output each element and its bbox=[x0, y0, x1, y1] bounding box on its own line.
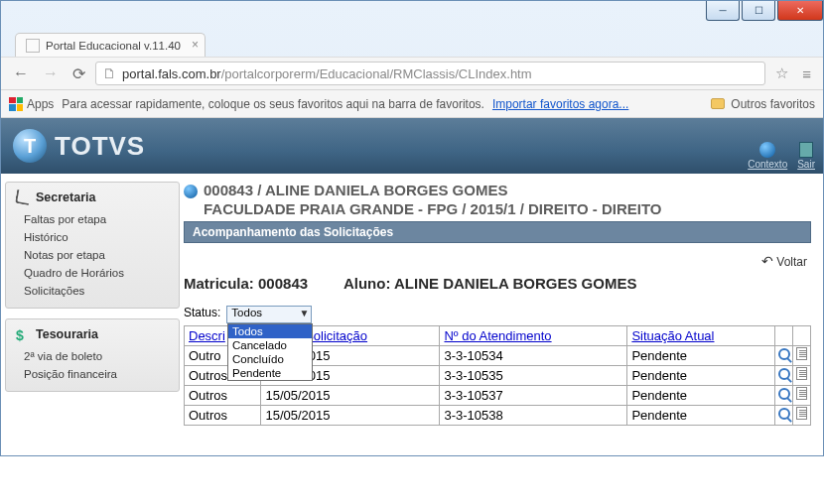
nav-faltas-por-etapa[interactable]: Faltas por etapa bbox=[6, 210, 179, 228]
cell-atendimento: 3-3-10537 bbox=[440, 385, 627, 405]
reload-icon[interactable]: ⟳ bbox=[69, 64, 89, 83]
sair-label: Sair bbox=[797, 159, 815, 170]
col-atendimento[interactable]: Nº do Atendimento bbox=[440, 325, 627, 345]
money-icon: $ bbox=[16, 327, 30, 341]
matricula-value: 000843 bbox=[258, 275, 308, 292]
cell-atendimento: 3-3-10535 bbox=[440, 365, 627, 385]
contexto-label: Contexto bbox=[748, 159, 787, 170]
status-label: Status: bbox=[184, 306, 220, 319]
window-close-button[interactable]: ✕ bbox=[777, 1, 823, 21]
status-option-concluido[interactable]: Concluído bbox=[228, 352, 312, 366]
view-icon[interactable] bbox=[778, 368, 790, 380]
url-host: portal.fals.com.br bbox=[122, 66, 221, 81]
section-title: Acompanhamento das Solicitações bbox=[184, 221, 811, 243]
cell-atendimento: 3-3-10538 bbox=[440, 405, 627, 425]
status-option-cancelado[interactable]: Cancelado bbox=[228, 338, 312, 352]
brand-logo-icon: T bbox=[13, 129, 47, 163]
window-minimize-button[interactable]: ─ bbox=[706, 1, 740, 21]
back-link[interactable]: ↶ Voltar bbox=[184, 253, 807, 269]
student-id-name: 000843 / ALINE DANIELA BORGES GOMES bbox=[204, 182, 661, 200]
bookmark-hint: Para acessar rapidamente, coloque os seu… bbox=[62, 97, 484, 111]
status-dropdown: Todos Cancelado Concluído Pendente bbox=[227, 323, 313, 381]
student-context: FACULDADE PRAIA GRANDE - FPG / 2015/1 / … bbox=[204, 200, 661, 219]
status-option-todos[interactable]: Todos bbox=[228, 324, 312, 338]
view-icon[interactable] bbox=[778, 348, 790, 360]
cell-atendimento: 3-3-10534 bbox=[440, 345, 627, 365]
other-bookmarks-label[interactable]: Outros favoritos bbox=[731, 97, 815, 111]
url-path: /portalcorporerm/Educacional/RMClassis/C… bbox=[221, 66, 532, 81]
table-row: Outros15/05/20153-3-10538Pendente bbox=[185, 405, 811, 425]
page-icon: 🗋 bbox=[102, 65, 116, 81]
nav-section-title: Secretaria bbox=[36, 190, 95, 204]
document-icon[interactable] bbox=[796, 407, 807, 420]
document-icon[interactable] bbox=[796, 367, 807, 380]
apps-label: Apps bbox=[27, 97, 54, 111]
view-icon[interactable] bbox=[778, 408, 790, 420]
cell-situacao: Pendente bbox=[627, 405, 775, 425]
status-selected: Todos bbox=[231, 307, 262, 318]
back-arrow-icon: ↶ bbox=[761, 253, 773, 269]
import-bookmarks-link[interactable]: Importar favoritos agora... bbox=[492, 97, 628, 111]
browser-tab[interactable]: Portal Educacional v.11.40 × bbox=[15, 33, 206, 57]
cell-descricao: Outros bbox=[185, 405, 261, 425]
table-row: Outros15/05/20153-3-10537Pendente bbox=[185, 385, 811, 405]
window-maximize-button[interactable]: ☐ bbox=[742, 1, 775, 21]
nav-historico[interactable]: Histórico bbox=[6, 228, 179, 246]
globe-icon bbox=[184, 185, 198, 198]
forward-icon: → bbox=[39, 64, 63, 82]
sair-link[interactable]: Sair bbox=[797, 142, 815, 170]
cell-descricao: Outros bbox=[185, 385, 261, 405]
globe-icon bbox=[759, 142, 775, 158]
nav-section-tesouraria: $ Tesouraria 2ª via de boleto Posição fi… bbox=[5, 318, 180, 392]
aluno-value: ALINE DANIELA BORGES GOMES bbox=[394, 275, 636, 292]
cell-situacao: Pendente bbox=[627, 365, 775, 385]
status-option-pendente[interactable]: Pendente bbox=[228, 366, 312, 380]
col-situacao[interactable]: Situação Atual bbox=[627, 325, 775, 345]
contexto-link[interactable]: Contexto bbox=[748, 142, 787, 170]
col-view bbox=[775, 325, 793, 345]
nav-2a-via-boleto[interactable]: 2ª via de boleto bbox=[6, 347, 179, 365]
clipboard-icon bbox=[15, 189, 31, 205]
cell-data: 15/05/2015 bbox=[261, 405, 440, 425]
status-select[interactable]: Todos bbox=[226, 306, 312, 323]
view-icon[interactable] bbox=[778, 388, 790, 400]
document-icon[interactable] bbox=[796, 347, 807, 360]
exit-icon bbox=[799, 142, 813, 158]
address-bar[interactable]: 🗋 portal.fals.com.br/portalcorporerm/Edu… bbox=[95, 62, 765, 85]
document-icon[interactable] bbox=[796, 387, 807, 400]
folder-icon bbox=[711, 98, 725, 109]
cell-situacao: Pendente bbox=[627, 385, 775, 405]
apps-button[interactable]: Apps bbox=[9, 97, 54, 111]
nav-quadro-horarios[interactable]: Quadro de Horários bbox=[6, 264, 179, 282]
nav-section-secretaria: Secretaria Faltas por etapa Histórico No… bbox=[5, 182, 180, 309]
cell-situacao: Pendente bbox=[627, 345, 775, 365]
brand-name: TOTVS bbox=[55, 131, 145, 162]
tab-favicon bbox=[26, 39, 40, 53]
tab-close-icon[interactable]: × bbox=[192, 38, 199, 52]
nav-solicitacoes[interactable]: Solicitações bbox=[6, 282, 179, 300]
back-icon[interactable]: ← bbox=[9, 64, 33, 82]
bookmark-star-icon[interactable]: ☆ bbox=[771, 64, 792, 82]
nav-section-title: Tesouraria bbox=[36, 327, 98, 341]
app-header: T TOTVS Contexto Sair bbox=[1, 118, 823, 174]
back-label: Voltar bbox=[776, 255, 807, 269]
matricula-label: Matricula: bbox=[184, 275, 254, 292]
tab-title: Portal Educacional v.11.40 bbox=[46, 40, 181, 52]
apps-icon bbox=[9, 97, 23, 111]
aluno-label: Aluno: bbox=[343, 275, 390, 292]
col-doc bbox=[793, 325, 811, 345]
cell-data: 15/05/2015 bbox=[261, 385, 440, 405]
nav-notas-por-etapa[interactable]: Notas por etapa bbox=[6, 246, 179, 264]
nav-posicao-financeira[interactable]: Posição financeira bbox=[6, 365, 179, 383]
menu-icon[interactable]: ≡ bbox=[798, 65, 815, 82]
